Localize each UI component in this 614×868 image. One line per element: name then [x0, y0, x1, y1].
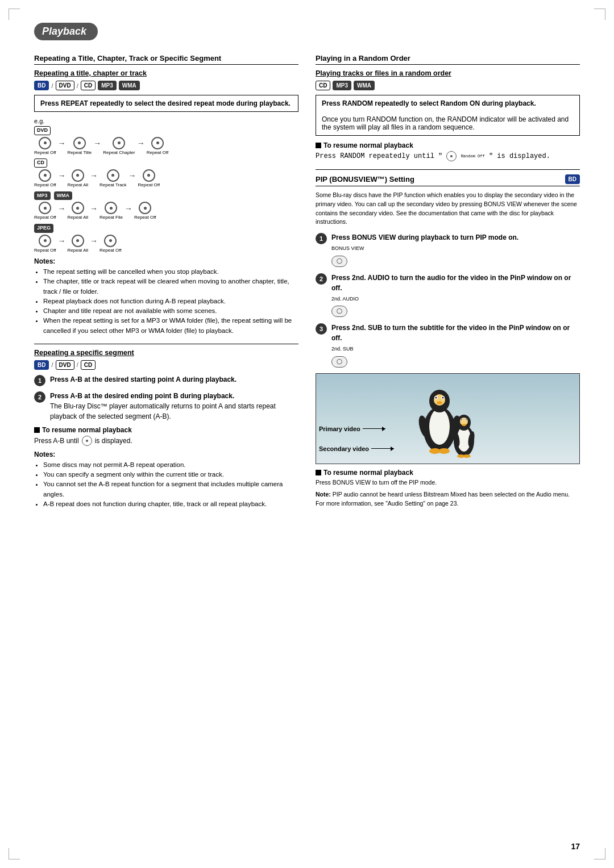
- notes2-list: Some discs may not permit A-B repeat ope…: [34, 460, 298, 509]
- disc-icon-jpeg-3: Repeat Off: [99, 235, 122, 253]
- badge-cd-r: CD: [316, 81, 330, 90]
- pip-note: Note: PIP audio cannot be heard unless B…: [316, 490, 580, 508]
- section-divider-r: [316, 169, 580, 170]
- 2nd-sub-button-area: 2nd. SUB ◯: [331, 345, 580, 368]
- step2-content: Press A-B at the desired ending point B …: [50, 391, 298, 422]
- badge-bd: BD: [34, 81, 49, 90]
- mp3-repeat-section: MP3 WMA Repeat Off → Repeat All →: [34, 191, 298, 220]
- note2-item: Some discs may not permit A-B repeat ope…: [43, 460, 298, 470]
- mp3-label: MP3 WMA: [34, 191, 298, 201]
- black-square-pip: [316, 470, 321, 475]
- disc-icon-mp3-4: Repeat Off: [134, 202, 156, 220]
- bonus-view-button-area: BONUS VIEW ◯: [331, 245, 580, 267]
- note-item: Repeat playback does not function during…: [43, 297, 298, 306]
- note-item: When the repeat setting is set for a MP3…: [43, 316, 298, 336]
- notes1-heading: Notes:: [34, 257, 298, 265]
- disc-icon-mp3-3: Repeat File: [99, 202, 123, 220]
- right-section1-heading: Playing in a Random Order: [316, 54, 580, 65]
- pip-labels: Primary video Secondary video: [316, 374, 579, 464]
- badge-cd: CD: [81, 81, 96, 90]
- 2nd-audio-button-area: 2nd. AUDIO ◯: [331, 295, 580, 318]
- step2: 2 Press A-B at the desired ending point …: [34, 391, 298, 422]
- to-resume-pip-text: Press BONUS VIEW to turn off the PIP mod…: [316, 478, 580, 487]
- to-resume-pip-box: To resume normal playback Press BONUS VI…: [316, 469, 580, 487]
- disc-icon-cd-3: Repeat Track: [99, 169, 127, 188]
- pip-step1-number: 1: [316, 233, 327, 244]
- to-resume-random-heading: To resume normal playback: [316, 141, 580, 149]
- random-off-label: Random Off: [461, 154, 485, 158]
- badge-bd-pip: BD: [565, 174, 580, 184]
- subsection2-badges: BD / DVD / CD: [34, 360, 298, 370]
- subsection1-badges: BD / DVD / CD MP3 WMA: [34, 81, 298, 90]
- subsection1-heading: Repeating a title, chapter or track: [34, 69, 298, 77]
- left-column: Repeating a Title, Chapter, Track or Spe…: [34, 54, 298, 509]
- disc-icon-mp3-1: Repeat Off: [34, 202, 56, 220]
- pip-step1: 1 Press BONUS VIEW during playback to tu…: [316, 232, 580, 267]
- black-square-icon-r: [316, 143, 321, 148]
- primary-video-arrow: [363, 428, 385, 429]
- disc-icon-jpeg-2: Repeat All: [68, 235, 88, 253]
- pip-step1-content: Press BONUS VIEW during playback to turn…: [331, 232, 580, 267]
- cd-repeat-section: CD Repeat Off → Repeat All → Rep: [34, 158, 298, 187]
- step1-content: Press A-B at the desired starting point …: [50, 374, 298, 386]
- badge-bd-2: BD: [34, 360, 49, 370]
- note-item: The chapter, title or track repeat will …: [43, 277, 298, 297]
- jpeg-repeat-section: JPEG Repeat Off → Repeat All → R: [34, 224, 298, 253]
- badge-dvd: DVD: [56, 81, 74, 90]
- pip-heading: PIP (BONUSVIEW™) Setting: [316, 175, 561, 183]
- to-resume-heading-1: To resume normal playback: [34, 426, 298, 434]
- step2-number: 2: [34, 391, 45, 403]
- 2nd-sub-button-icon: ◯: [331, 356, 347, 368]
- pip-step2-number: 2: [316, 273, 327, 285]
- note-item: Chapter and title repeat are not availab…: [43, 306, 298, 316]
- random-badges: CD MP3 WMA: [316, 81, 580, 90]
- subsection2-heading: Repeating a specific segment: [34, 349, 298, 357]
- page-number: 17: [571, 842, 580, 851]
- disc-icon-dvd-4: Repeat Off: [147, 137, 169, 156]
- to-resume-box-1: To resume normal playback Press A-B unti…: [34, 426, 298, 446]
- pip-image-area: Primary video Secondary video: [316, 373, 580, 464]
- to-resume-pip-heading: To resume normal playback: [316, 469, 580, 477]
- dvd-chain: Repeat Off → Repeat Title → Repeat Chapt…: [34, 137, 298, 156]
- cd-chain: Repeat Off → Repeat All → Repeat Track →: [34, 169, 298, 188]
- note-item: The repeat setting will be cancelled whe…: [43, 267, 298, 277]
- primary-video-label: Primary video: [319, 425, 385, 432]
- random-off-disc: [446, 151, 457, 161]
- random-subheading: Playing tracks or files in a random orde…: [316, 69, 580, 77]
- notes2-heading: Notes:: [34, 450, 298, 458]
- pip-step3-number: 3: [316, 323, 327, 335]
- repeat-info-box: Press REPEAT repeatedly to select the de…: [34, 95, 298, 112]
- disc-icon-jpeg-1: Repeat Off: [34, 235, 56, 253]
- section-divider-1: [34, 344, 298, 344]
- pip-step3: 3 Press 2nd. SUB to turn the subtitle fo…: [316, 323, 580, 368]
- cd-label: CD: [34, 158, 298, 168]
- pip-step2-content: Press 2nd. AUDIO to turn the audio for t…: [331, 273, 580, 318]
- pip-section: PIP (BONUSVIEW™) Setting BD Some Blu-ray…: [316, 174, 580, 508]
- badge-mp3-r: MP3: [333, 81, 351, 90]
- secondary-video-label: Secondary video: [319, 445, 394, 452]
- disc-icon-dvd-2: Repeat Title: [68, 137, 92, 156]
- eg-label: e.g.: [34, 118, 298, 124]
- step1: 1 Press A-B at the desired starting poin…: [34, 374, 298, 386]
- badge-wma-r: WMA: [354, 81, 375, 90]
- badge-cd-2: CD: [81, 360, 96, 370]
- black-square-icon: [34, 427, 40, 433]
- disc-icon-dvd-1: Repeat Off: [34, 137, 56, 156]
- resume-random-line: Press RANDOM repeatedly until " Random O…: [316, 151, 580, 161]
- step1-number: 1: [34, 375, 45, 386]
- mp3-chain: Repeat Off → Repeat All → Repeat File →: [34, 202, 298, 220]
- to-resume-random-box: To resume normal playback Press RANDOM r…: [316, 141, 580, 161]
- jpeg-label: JPEG: [34, 224, 298, 233]
- press-ab-line: Press A-B until is displayed.: [34, 436, 298, 446]
- note2-item: You can specify a segment only within th…: [43, 470, 298, 479]
- bonus-view-button-icon: ◯: [331, 256, 347, 267]
- disc-icon-cd-2: Repeat All: [68, 169, 88, 188]
- pip-step2: 2 Press 2nd. AUDIO to turn the audio for…: [316, 273, 580, 318]
- badge-wma: WMA: [119, 81, 140, 90]
- badge-mp3: MP3: [98, 81, 117, 90]
- secondary-video-arrow: [371, 448, 394, 449]
- 2nd-audio-button-icon: ◯: [331, 306, 347, 317]
- random-info-box: Press RANDOM repeatedly to select Random…: [316, 95, 580, 136]
- repeat-off-disc-icon: [82, 436, 92, 446]
- note2-item: A-B repeat does not function during chap…: [43, 499, 298, 509]
